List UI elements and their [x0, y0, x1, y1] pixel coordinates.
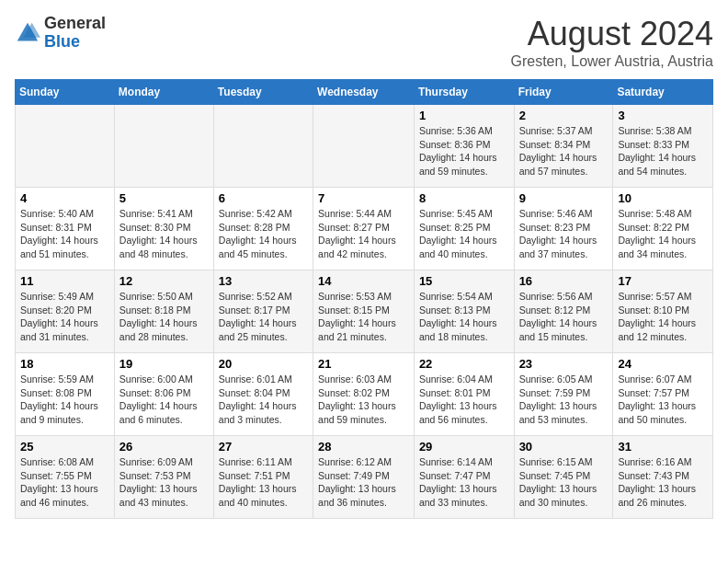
day-number: 15 [419, 274, 509, 288]
day-info: Sunrise: 5:50 AMSunset: 8:18 PMDaylight:… [119, 290, 209, 344]
calendar-cell: 1Sunrise: 5:36 AMSunset: 8:36 PMDaylight… [414, 105, 514, 188]
day-info: Sunrise: 5:37 AMSunset: 8:34 PMDaylight:… [519, 124, 609, 178]
day-number: 4 [20, 191, 109, 205]
day-number: 19 [119, 357, 209, 371]
calendar-subtitle: Gresten, Lower Austria, Austria [510, 53, 713, 70]
calendar-cell: 16Sunrise: 5:56 AMSunset: 8:12 PMDayligh… [514, 270, 613, 353]
day-info: Sunrise: 5:48 AMSunset: 8:22 PMDaylight:… [618, 207, 708, 261]
day-number: 8 [419, 191, 509, 205]
calendar-table: SundayMondayTuesdayWednesdayThursdayFrid… [15, 79, 713, 519]
day-number: 2 [519, 109, 609, 122]
calendar-week-1: 1Sunrise: 5:36 AMSunset: 8:36 PMDaylight… [16, 105, 713, 188]
weekday-header-tuesday: Tuesday [213, 80, 313, 105]
day-info: Sunrise: 6:03 AMSunset: 8:02 PMDaylight:… [318, 373, 409, 427]
day-number: 27 [219, 440, 308, 454]
calendar-cell: 20Sunrise: 6:01 AMSunset: 8:04 PMDayligh… [213, 353, 313, 436]
day-number: 20 [219, 357, 308, 371]
page-header: General Blue August 2024 Gresten, Lower … [15, 15, 713, 70]
calendar-cell: 10Sunrise: 5:48 AMSunset: 8:22 PMDayligh… [613, 188, 713, 270]
logo-icon [15, 20, 40, 46]
day-info: Sunrise: 6:07 AMSunset: 7:57 PMDaylight:… [618, 373, 708, 427]
day-number: 28 [318, 440, 409, 454]
logo: General Blue [15, 15, 106, 52]
day-info: Sunrise: 5:41 AMSunset: 8:30 PMDaylight:… [119, 207, 209, 261]
calendar-cell: 14Sunrise: 5:53 AMSunset: 8:15 PMDayligh… [313, 270, 415, 353]
day-number: 16 [519, 274, 609, 288]
day-info: Sunrise: 5:36 AMSunset: 8:36 PMDaylight:… [419, 124, 509, 178]
day-number: 7 [318, 191, 409, 205]
day-number: 13 [219, 274, 308, 288]
calendar-cell: 4Sunrise: 5:40 AMSunset: 8:31 PMDaylight… [16, 188, 115, 270]
day-number: 6 [219, 191, 308, 205]
calendar-week-3: 11Sunrise: 5:49 AMSunset: 8:20 PMDayligh… [16, 270, 713, 353]
day-info: Sunrise: 5:56 AMSunset: 8:12 PMDaylight:… [519, 290, 609, 344]
day-info: Sunrise: 5:44 AMSunset: 8:27 PMDaylight:… [318, 207, 409, 261]
day-number: 12 [119, 274, 209, 288]
day-info: Sunrise: 5:45 AMSunset: 8:25 PMDaylight:… [419, 207, 509, 261]
day-number: 21 [318, 357, 409, 371]
weekday-header-wednesday: Wednesday [313, 80, 415, 105]
day-number: 26 [119, 440, 209, 454]
day-info: Sunrise: 6:16 AMSunset: 7:43 PMDaylight:… [618, 455, 708, 510]
day-info: Sunrise: 6:09 AMSunset: 7:53 PMDaylight:… [119, 455, 209, 510]
calendar-cell: 23Sunrise: 6:05 AMSunset: 7:59 PMDayligh… [514, 353, 613, 436]
calendar-cell: 13Sunrise: 5:52 AMSunset: 8:17 PMDayligh… [213, 270, 313, 353]
calendar-title: August 2024 [510, 15, 713, 53]
calendar-cell: 8Sunrise: 5:45 AMSunset: 8:25 PMDaylight… [414, 188, 514, 270]
day-number: 23 [519, 357, 609, 371]
calendar-cell: 24Sunrise: 6:07 AMSunset: 7:57 PMDayligh… [613, 353, 713, 436]
day-info: Sunrise: 5:42 AMSunset: 8:28 PMDaylight:… [219, 207, 308, 261]
logo-general-text: General [44, 15, 106, 33]
day-number: 1 [419, 109, 509, 122]
day-info: Sunrise: 5:40 AMSunset: 8:31 PMDaylight:… [20, 207, 109, 261]
calendar-cell: 11Sunrise: 5:49 AMSunset: 8:20 PMDayligh… [16, 270, 115, 353]
day-number: 14 [318, 274, 409, 288]
day-number: 31 [618, 440, 708, 454]
day-info: Sunrise: 5:54 AMSunset: 8:13 PMDaylight:… [419, 290, 509, 344]
day-number: 22 [419, 357, 509, 371]
day-info: Sunrise: 5:46 AMSunset: 8:23 PMDaylight:… [519, 207, 609, 261]
calendar-cell: 2Sunrise: 5:37 AMSunset: 8:34 PMDaylight… [514, 105, 613, 188]
calendar-cell: 9Sunrise: 5:46 AMSunset: 8:23 PMDaylight… [514, 188, 613, 270]
calendar-cell: 31Sunrise: 6:16 AMSunset: 7:43 PMDayligh… [613, 436, 713, 519]
calendar-cell: 27Sunrise: 6:11 AMSunset: 7:51 PMDayligh… [213, 436, 313, 519]
day-info: Sunrise: 5:53 AMSunset: 8:15 PMDaylight:… [318, 290, 409, 344]
weekday-header-thursday: Thursday [414, 80, 514, 105]
day-number: 17 [618, 274, 708, 288]
calendar-cell: 29Sunrise: 6:14 AMSunset: 7:47 PMDayligh… [414, 436, 514, 519]
day-info: Sunrise: 5:49 AMSunset: 8:20 PMDaylight:… [20, 290, 109, 344]
day-number: 9 [519, 191, 609, 205]
day-number: 10 [618, 191, 708, 205]
day-number: 24 [618, 357, 708, 371]
logo-blue-text: Blue [44, 33, 106, 52]
weekday-header-saturday: Saturday [613, 80, 713, 105]
calendar-cell: 7Sunrise: 5:44 AMSunset: 8:27 PMDaylight… [313, 188, 415, 270]
day-number: 25 [20, 440, 109, 454]
day-info: Sunrise: 6:14 AMSunset: 7:47 PMDaylight:… [419, 455, 509, 510]
calendar-cell: 22Sunrise: 6:04 AMSunset: 8:01 PMDayligh… [414, 353, 514, 436]
day-info: Sunrise: 5:52 AMSunset: 8:17 PMDaylight:… [219, 290, 308, 344]
day-info: Sunrise: 6:05 AMSunset: 7:59 PMDaylight:… [519, 373, 609, 427]
calendar-cell [213, 105, 313, 188]
calendar-cell: 15Sunrise: 5:54 AMSunset: 8:13 PMDayligh… [414, 270, 514, 353]
day-number: 3 [618, 109, 708, 122]
calendar-cell: 21Sunrise: 6:03 AMSunset: 8:02 PMDayligh… [313, 353, 415, 436]
day-number: 18 [20, 357, 109, 371]
weekday-header-row: SundayMondayTuesdayWednesdayThursdayFrid… [16, 80, 713, 105]
calendar-week-2: 4Sunrise: 5:40 AMSunset: 8:31 PMDaylight… [16, 188, 713, 270]
calendar-week-4: 18Sunrise: 5:59 AMSunset: 8:08 PMDayligh… [16, 353, 713, 436]
weekday-header-friday: Friday [514, 80, 613, 105]
day-info: Sunrise: 6:11 AMSunset: 7:51 PMDaylight:… [219, 455, 308, 510]
calendar-cell [16, 105, 115, 188]
day-number: 30 [519, 440, 609, 454]
day-info: Sunrise: 5:59 AMSunset: 8:08 PMDaylight:… [20, 373, 109, 427]
calendar-cell: 18Sunrise: 5:59 AMSunset: 8:08 PMDayligh… [16, 353, 115, 436]
calendar-cell: 5Sunrise: 5:41 AMSunset: 8:30 PMDaylight… [114, 188, 213, 270]
calendar-cell: 28Sunrise: 6:12 AMSunset: 7:49 PMDayligh… [313, 436, 415, 519]
calendar-cell [114, 105, 213, 188]
day-info: Sunrise: 5:38 AMSunset: 8:33 PMDaylight:… [618, 124, 708, 178]
day-info: Sunrise: 6:00 AMSunset: 8:06 PMDaylight:… [119, 373, 209, 427]
day-info: Sunrise: 6:08 AMSunset: 7:55 PMDaylight:… [20, 455, 109, 510]
title-block: August 2024 Gresten, Lower Austria, Aust… [510, 15, 713, 70]
calendar-week-5: 25Sunrise: 6:08 AMSunset: 7:55 PMDayligh… [16, 436, 713, 519]
